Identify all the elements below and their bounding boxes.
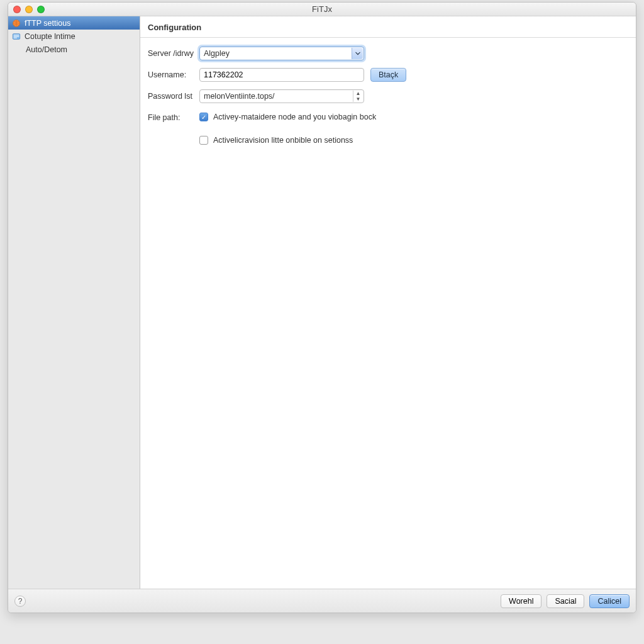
checkbox-2-label: Activelicravision litte onbible on setio…	[213, 135, 353, 146]
password-value: melonVentiinte.tops/	[204, 92, 275, 101]
folder-icon	[12, 32, 21, 41]
titlebar: FiTJx	[8, 3, 636, 16]
section-header: Configuration	[140, 16, 636, 38]
sidebar-item-cotupte[interactable]: Cotupte lntime	[8, 30, 140, 43]
row-filepath: File path: ✓ Activey-mataidere node and …	[148, 111, 628, 146]
app-window: FiTJx fTTP settious Cotupte lntime Auto/…	[8, 2, 636, 613]
server-value: Algpley	[204, 49, 230, 58]
sidebar-item-label: Cotupte lntime	[25, 32, 75, 41]
checks-column: ✓ Activey-mataidere node and you viobagi…	[199, 111, 376, 146]
row-username: Username: Btaçk	[148, 68, 628, 82]
sidebar-item-auto-detom[interactable]: Auto/Detom	[8, 43, 140, 56]
username-input[interactable]	[199, 68, 364, 82]
btack-button[interactable]: Btaçk	[370, 68, 406, 82]
password-list[interactable]: melonVentiinte.tops/ ▲▼	[199, 89, 364, 103]
filepath-label: File path:	[148, 111, 196, 122]
svg-rect-3	[14, 36, 19, 36]
woreh-button[interactable]: Worehl	[501, 594, 541, 608]
window-title: FiTJx	[8, 4, 636, 14]
svg-rect-4	[14, 37, 17, 38]
server-label: Server /idrwy	[148, 47, 196, 58]
row-password: Password lst melonVentiinte.tops/ ▲▼	[148, 89, 628, 103]
help-icon[interactable]: ?	[14, 596, 26, 607]
sidebar-item-label: fTTP settious	[25, 19, 70, 28]
config-form: Server /idrwy Algpley Username:	[140, 38, 636, 155]
checkbox-1[interactable]: ✓	[199, 113, 208, 121]
chevron-down-icon[interactable]	[352, 48, 363, 59]
sacial-button[interactable]: Sacial	[547, 594, 584, 608]
globe-icon	[12, 19, 21, 28]
username-label: Username:	[148, 68, 196, 79]
svg-rect-2	[14, 35, 19, 35]
password-label: Password lst	[148, 89, 196, 101]
content-pane: Configuration Server /idrwy Algpley	[140, 16, 636, 589]
sidebar-item-label: Auto/Detom	[26, 45, 67, 54]
checkbox-1-label: Activey-mataidere node and you viobagin …	[213, 112, 376, 123]
checkbox-row-2[interactable]: Activelicravision litte onbible on setio…	[199, 135, 376, 146]
footer: ? Worehl Sacial Calicel	[8, 589, 636, 613]
row-server: Server /idrwy Algpley	[148, 47, 628, 60]
checkbox-row-1[interactable]: ✓ Activey-mataidere node and you viobagi…	[199, 112, 376, 123]
sidebar: fTTP settious Cotupte lntime Auto/Detom	[8, 16, 140, 589]
stepper-icon[interactable]: ▲▼	[353, 91, 363, 102]
checkbox-2[interactable]	[199, 136, 208, 145]
server-combo[interactable]: Algpley	[199, 47, 364, 60]
sidebar-item-ftp-settings[interactable]: fTTP settious	[8, 16, 140, 30]
cancel-button[interactable]: Calicel	[589, 594, 630, 608]
window-body: fTTP settious Cotupte lntime Auto/Detom …	[8, 16, 636, 589]
